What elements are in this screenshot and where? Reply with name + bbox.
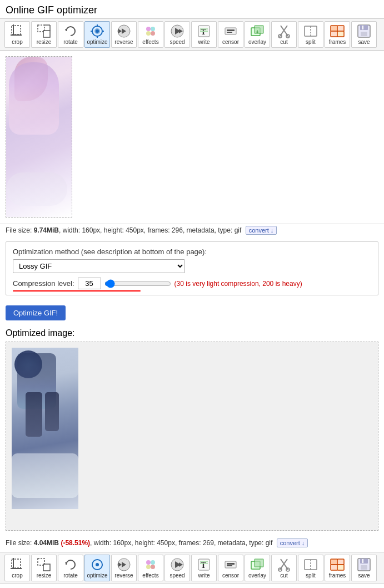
- tool-cut-bottom[interactable]: cut: [271, 555, 297, 581]
- svg-rect-84: [337, 559, 344, 565]
- original-file-size: 9.74MiB: [34, 226, 59, 234]
- save-icon: [356, 23, 372, 39]
- reverse-label-bottom: reverse: [114, 572, 133, 579]
- optimize-label: optimize: [87, 39, 107, 46]
- split-icon-bottom: [303, 557, 318, 572]
- save-label: save: [358, 39, 370, 46]
- tool-crop-bottom[interactable]: crop: [4, 555, 30, 581]
- original-convert-button[interactable]: convert ↓: [246, 226, 277, 235]
- tool-split-bottom[interactable]: split: [298, 555, 323, 581]
- optimized-file-info: File size: 4.04MiB (-58.51%), width: 160…: [0, 536, 384, 550]
- original-frames: 296: [172, 226, 183, 234]
- effects-label: effects: [142, 39, 158, 46]
- original-metadata: metadata: [187, 226, 215, 234]
- tool-rotate[interactable]: rotate: [58, 21, 83, 48]
- split-label-bottom: split: [306, 572, 316, 579]
- tool-save-bottom[interactable]: save: [351, 555, 377, 581]
- tool-save[interactable]: save: [351, 21, 377, 48]
- original-type: gif: [235, 226, 242, 234]
- cut-label-bottom: cut: [280, 572, 287, 579]
- tool-split[interactable]: split: [298, 21, 323, 48]
- compression-wrapper: Compression level: 35 (30 is very light …: [13, 278, 302, 289]
- tool-crop[interactable]: crop: [4, 21, 30, 48]
- speed-label: speed: [169, 39, 184, 46]
- svg-point-18: [146, 27, 151, 31]
- tool-optimize-bottom[interactable]: optimize: [84, 555, 110, 581]
- tool-censor-bottom[interactable]: censor: [218, 555, 243, 581]
- optimization-method-select[interactable]: Lossy GIF Lossless GIF Basic (default) O…: [13, 259, 185, 273]
- tool-speed-bottom[interactable]: speed: [164, 555, 190, 581]
- censor-label: censor: [222, 39, 239, 46]
- compression-slider[interactable]: [104, 279, 171, 288]
- optimized-file-size: 4.04MiB: [34, 539, 59, 547]
- svg-marker-7: [65, 29, 67, 31]
- svg-rect-44: [331, 31, 337, 37]
- compression-value-input[interactable]: 35: [78, 278, 101, 289]
- tool-speed[interactable]: speed: [164, 21, 190, 48]
- tool-optimize[interactable]: optimize: [84, 21, 110, 48]
- tool-effects[interactable]: effects: [138, 21, 163, 48]
- original-height: 450px: [126, 226, 144, 234]
- optimized-convert-button[interactable]: convert ↓: [277, 538, 308, 547]
- speed-icon-bottom: [169, 557, 185, 572]
- tool-cut[interactable]: cut: [271, 21, 297, 48]
- optimized-section-title: Optimized image:: [0, 326, 384, 342]
- rotate-label: rotate: [63, 39, 78, 46]
- svg-text:+: +: [256, 29, 259, 35]
- tool-reverse[interactable]: reverse: [111, 21, 137, 48]
- write-label: write: [198, 39, 210, 46]
- effects-icon: [143, 23, 158, 39]
- write-icon-bottom: T: [196, 557, 212, 572]
- rotate-label-bottom: rotate: [63, 572, 78, 579]
- tool-censor[interactable]: censor: [218, 21, 243, 48]
- svg-point-21: [151, 31, 155, 36]
- tool-overlay[interactable]: + overlay: [245, 21, 270, 48]
- frames-icon: [330, 23, 345, 39]
- tool-effects-bottom[interactable]: effects: [138, 555, 163, 581]
- tool-reverse-bottom[interactable]: reverse: [111, 555, 137, 581]
- tool-resize[interactable]: resize: [31, 21, 57, 48]
- tool-overlay-bottom[interactable]: overlay: [245, 555, 270, 581]
- original-width: 160px: [82, 226, 100, 234]
- svg-rect-86: [337, 565, 344, 570]
- tool-frames[interactable]: frames: [325, 21, 350, 48]
- resize-label-bottom: resize: [37, 572, 52, 579]
- crop-icon-bottom: [9, 557, 25, 572]
- optimized-height: 450px: [157, 539, 175, 547]
- frames-icon-bottom: [330, 557, 345, 572]
- tool-frames-bottom[interactable]: frames: [325, 555, 350, 581]
- crop-icon: [9, 23, 25, 39]
- top-toolbar: crop resize rotate: [0, 18, 384, 51]
- cut-icon-bottom: [276, 557, 292, 572]
- svg-point-57: [96, 563, 99, 566]
- optimize-button[interactable]: Optimize GIF!: [6, 305, 66, 320]
- reverse-icon-bottom: [116, 557, 132, 572]
- file-info-dims: , width:: [59, 226, 82, 234]
- svg-rect-47: [360, 25, 368, 30]
- censor-icon: [223, 23, 238, 39]
- svg-point-14: [96, 29, 99, 33]
- tool-rotate-bottom[interactable]: rotate: [58, 555, 83, 581]
- split-label: split: [306, 39, 316, 46]
- svg-point-61: [146, 560, 151, 565]
- tool-write[interactable]: T write: [191, 21, 217, 48]
- reverse-label: reverse: [114, 39, 133, 46]
- save-icon-bottom: [356, 557, 372, 572]
- speed-icon: [169, 23, 185, 39]
- tool-resize-bottom[interactable]: resize: [31, 555, 57, 581]
- svg-rect-73: [227, 563, 235, 565]
- svg-rect-89: [361, 565, 367, 570]
- svg-point-63: [146, 565, 151, 569]
- original-image-container: [6, 56, 72, 218]
- tool-write-bottom[interactable]: T write: [191, 555, 217, 581]
- svg-rect-71: [200, 563, 208, 564]
- optimized-type: gif: [266, 539, 273, 547]
- savings-percent: -58.51%: [63, 539, 88, 547]
- svg-rect-49: [362, 26, 363, 29]
- svg-rect-43: [337, 26, 344, 31]
- svg-rect-31: [227, 29, 235, 31]
- compression-label: Compression level:: [13, 279, 74, 288]
- svg-rect-70: [200, 561, 208, 562]
- resize-label: resize: [37, 39, 52, 46]
- svg-rect-27: [200, 28, 208, 29]
